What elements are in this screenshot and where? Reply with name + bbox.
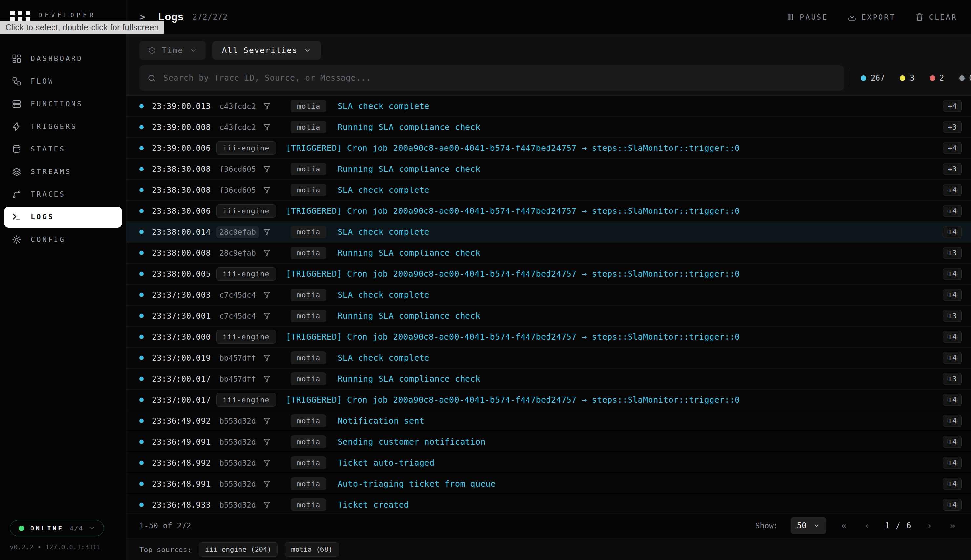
search-input[interactable]: [156, 73, 836, 83]
log-trace-id[interactable]: b553d32d: [216, 499, 259, 511]
log-row[interactable]: 23:38:30.008 f36cd605 motia Running SLA …: [126, 159, 971, 180]
first-page-button[interactable]: «: [839, 520, 849, 530]
log-row[interactable]: 23:39:00.008 c43fcdc2 motia Running SLA …: [126, 117, 971, 138]
filter-icon[interactable]: [263, 375, 270, 383]
log-source-badge[interactable]: iii-engine: [216, 204, 276, 218]
sidebar-item-flow[interactable]: FLOW: [4, 71, 122, 92]
sidebar-item-config[interactable]: CONFIG: [4, 229, 122, 250]
log-trace-id[interactable]: f36cd605: [216, 184, 259, 196]
filter-icon[interactable]: [263, 480, 270, 488]
log-source-badge[interactable]: iii-engine: [216, 393, 276, 407]
log-more-badge[interactable]: +4: [943, 415, 962, 427]
online-status-pill[interactable]: ONLINE 4/4: [10, 520, 104, 537]
log-trace-id[interactable]: 28c9efab: [216, 226, 259, 238]
pause-button[interactable]: PAUSE: [786, 13, 828, 21]
log-more-badge[interactable]: +4: [943, 331, 962, 343]
log-trace-id[interactable]: c7c45dc4: [216, 310, 259, 322]
log-row[interactable]: 23:37:00.017 bb457dff motia Running SLA …: [126, 368, 971, 390]
log-source-badge[interactable]: iii-engine: [216, 267, 276, 281]
log-row[interactable]: 23:37:30.000 iii-engine [TRIGGERED] Cron…: [126, 327, 971, 348]
sidebar-item-streams[interactable]: STREAMS: [4, 161, 122, 182]
log-more-badge[interactable]: +4: [943, 226, 962, 238]
log-row[interactable]: 23:39:00.013 c43fcdc2 motia SLA check co…: [126, 96, 971, 117]
log-more-badge[interactable]: +3: [943, 121, 962, 133]
next-page-button[interactable]: ›: [924, 520, 934, 530]
sidebar-item-triggers[interactable]: TRIGGERS: [4, 116, 122, 137]
sidebar-item-traces[interactable]: TRACES: [4, 184, 122, 205]
log-source-badge[interactable]: motia: [290, 457, 326, 469]
log-source-badge[interactable]: motia: [290, 498, 326, 511]
sidebar-item-dashboard[interactable]: DASHBOARD: [4, 48, 122, 69]
search-box[interactable]: [139, 65, 844, 91]
log-more-badge[interactable]: +3: [943, 247, 962, 259]
filter-icon[interactable]: [263, 291, 270, 299]
log-source-badge[interactable]: motia: [290, 310, 326, 322]
log-row[interactable]: 23:36:48.933 b553d32d motia Ticket creat…: [126, 495, 971, 512]
last-page-button[interactable]: »: [948, 520, 958, 530]
severity-count-warn[interactable]: 3: [900, 73, 914, 83]
log-trace-id[interactable]: b553d32d: [216, 478, 259, 490]
log-row[interactable]: 23:37:00.017 iii-engine [TRIGGERED] Cron…: [126, 390, 971, 410]
filter-icon[interactable]: [263, 228, 270, 236]
log-trace-id[interactable]: 28c9efab: [216, 247, 259, 259]
log-source-badge[interactable]: motia: [290, 288, 326, 301]
log-source-badge[interactable]: motia: [290, 247, 326, 259]
log-more-badge[interactable]: +4: [943, 100, 962, 112]
filter-icon[interactable]: [263, 186, 270, 194]
log-source-badge[interactable]: motia: [290, 415, 326, 427]
page-size-select[interactable]: 50: [791, 517, 826, 534]
log-more-badge[interactable]: +4: [943, 205, 962, 217]
log-more-badge[interactable]: +4: [943, 268, 962, 280]
log-source-badge[interactable]: motia: [290, 121, 326, 133]
log-more-badge[interactable]: +4: [943, 394, 962, 406]
log-more-badge[interactable]: +3: [943, 310, 962, 322]
log-row[interactable]: 23:37:30.001 c7c45dc4 motia Running SLA …: [126, 305, 971, 327]
log-more-badge[interactable]: +4: [943, 142, 962, 154]
log-source-badge[interactable]: motia: [290, 372, 326, 385]
filter-icon[interactable]: [263, 102, 270, 110]
filter-icon[interactable]: [263, 165, 270, 173]
log-trace-id[interactable]: bb457dff: [216, 352, 259, 364]
time-filter-dropdown[interactable]: Time: [139, 41, 206, 60]
log-source-badge[interactable]: iii-engine: [216, 330, 276, 343]
log-more-badge[interactable]: +4: [943, 352, 962, 364]
filter-icon[interactable]: [263, 417, 270, 425]
log-trace-id[interactable]: b553d32d: [216, 415, 259, 427]
log-source-badge[interactable]: motia: [290, 183, 326, 197]
log-trace-id[interactable]: b553d32d: [216, 457, 259, 469]
log-row[interactable]: 23:39:00.006 iii-engine [TRIGGERED] Cron…: [126, 138, 971, 159]
log-source-badge[interactable]: motia: [290, 163, 326, 175]
log-more-badge[interactable]: +3: [943, 163, 962, 175]
log-more-badge[interactable]: +3: [943, 373, 962, 385]
log-source-badge[interactable]: motia: [290, 352, 326, 364]
log-more-badge[interactable]: +4: [943, 289, 962, 301]
log-source-badge[interactable]: iii-engine: [216, 141, 276, 155]
filter-icon[interactable]: [263, 249, 270, 257]
sidebar-item-logs[interactable]: LOGS: [4, 207, 122, 228]
filter-icon[interactable]: [263, 459, 270, 467]
export-button[interactable]: EXPORT: [848, 13, 895, 21]
source-badge-motia[interactable]: motia (68): [285, 542, 339, 557]
log-row[interactable]: 23:38:00.005 iii-engine [TRIGGERED] Cron…: [126, 263, 971, 285]
log-trace-id[interactable]: b553d32d: [216, 436, 259, 448]
log-more-badge[interactable]: +4: [943, 457, 962, 469]
filter-icon[interactable]: [263, 123, 270, 131]
log-more-badge[interactable]: +4: [943, 478, 962, 490]
log-row[interactable]: 23:37:00.019 bb457dff motia SLA check co…: [126, 348, 971, 368]
log-row[interactable]: 23:36:49.092 b553d32d motia Notification…: [126, 410, 971, 432]
log-source-badge[interactable]: motia: [290, 435, 326, 448]
log-more-badge[interactable]: +4: [943, 184, 962, 196]
log-row[interactable]: 23:38:00.008 28c9efab motia Running SLA …: [126, 243, 971, 263]
log-more-badge[interactable]: +4: [943, 499, 962, 511]
log-row[interactable]: 23:37:30.003 c7c45dc4 motia SLA check co…: [126, 285, 971, 305]
log-trace-id[interactable]: c43fcdc2: [216, 100, 259, 112]
source-badge-iii-engine[interactable]: iii-engine (204): [199, 542, 277, 557]
severity-count-debug[interactable]: 0: [959, 73, 971, 83]
log-row[interactable]: 23:38:30.006 iii-engine [TRIGGERED] Cron…: [126, 201, 971, 222]
log-row[interactable]: 23:36:48.992 b553d32d motia Ticket auto-…: [126, 452, 971, 473]
log-row[interactable]: 23:38:00.014 28c9efab motia SLA check co…: [126, 222, 971, 243]
log-source-badge[interactable]: motia: [290, 225, 326, 238]
log-row[interactable]: 23:36:48.991 b553d32d motia Auto-triagin…: [126, 473, 971, 495]
log-row[interactable]: 23:38:30.008 f36cd605 motia SLA check co…: [126, 180, 971, 201]
log-trace-id[interactable]: f36cd605: [216, 163, 259, 175]
